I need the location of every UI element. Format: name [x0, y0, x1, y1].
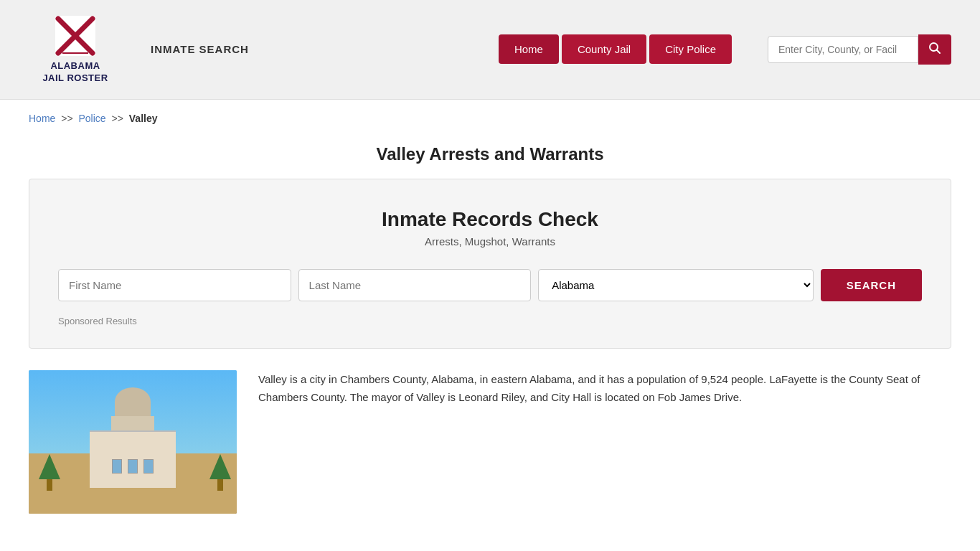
breadcrumb: Home >> Police >> Valley	[0, 100, 980, 137]
city-info-section: Valley is a city in Chambers County, Ala…	[29, 370, 951, 514]
logo-link[interactable]: ALABAMA JAIL ROSTER	[29, 14, 122, 85]
nav-city-police-button[interactable]: City Police	[649, 34, 732, 64]
search-submit-button[interactable]: SEARCH	[821, 269, 922, 301]
first-name-input[interactable]	[58, 269, 291, 301]
city-description: Valley is a city in Chambers County, Ala…	[258, 370, 951, 407]
header-search-area	[768, 34, 951, 65]
search-icon	[928, 42, 941, 55]
state-select[interactable]: AlabamaAlaskaArizonaArkansasCaliforniaCo…	[538, 269, 814, 301]
nav-county-jail-button[interactable]: County Jail	[562, 34, 646, 64]
breadcrumb-police-link[interactable]: Police	[79, 113, 106, 124]
inmate-search-form: AlabamaAlaskaArizonaArkansasCaliforniaCo…	[58, 269, 922, 301]
nav-home-button[interactable]: Home	[499, 34, 559, 64]
breadcrumb-current: Valley	[129, 113, 158, 124]
svg-point-3	[72, 32, 79, 39]
records-card-title: Inmate Records Check	[58, 208, 922, 231]
page-title-area: Valley Arrests and Warrants	[0, 137, 980, 179]
records-card-subtitle: Arrests, Mugshot, Warrants	[58, 235, 922, 248]
breadcrumb-home-link[interactable]: Home	[29, 113, 55, 124]
header-search-input[interactable]	[768, 36, 918, 63]
page-title: Valley Arrests and Warrants	[29, 144, 951, 164]
breadcrumb-sep2: >>	[112, 113, 123, 124]
header-search-button[interactable]	[918, 34, 951, 65]
logo-icon	[54, 14, 97, 57]
svg-line-6	[937, 50, 941, 53]
records-card: Inmate Records Check Arrests, Mugshot, W…	[29, 179, 951, 349]
site-header: ALABAMA JAIL ROSTER INMATE SEARCH Home C…	[0, 0, 980, 100]
sponsored-label: Sponsored Results	[58, 316, 922, 326]
breadcrumb-sep1: >>	[61, 113, 72, 124]
inmate-search-label: INMATE SEARCH	[151, 43, 249, 55]
last-name-input[interactable]	[298, 269, 532, 301]
main-nav: Home County Jail City Police	[499, 34, 732, 64]
city-image	[29, 370, 237, 514]
logo-text: ALABAMA JAIL ROSTER	[42, 60, 108, 85]
